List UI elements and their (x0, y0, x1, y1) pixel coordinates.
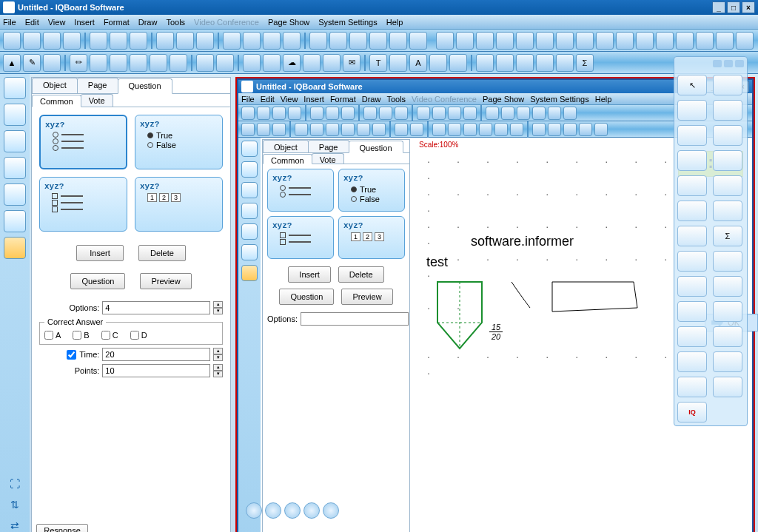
minimize-button[interactable]: _ (712, 1, 725, 13)
setsquare-icon[interactable] (556, 54, 574, 72)
options-spin-up[interactable]: ▲ (213, 301, 223, 308)
menu-tools[interactable]: Tools (166, 18, 185, 27)
inner-menu-help[interactable]: Help (595, 95, 612, 104)
palette-formula-icon[interactable]: Σ (713, 226, 742, 246)
menu-insert[interactable]: Insert (74, 18, 95, 27)
cut-icon[interactable] (156, 32, 174, 50)
time-input[interactable] (102, 348, 210, 361)
tb-icon[interactable] (532, 123, 546, 136)
clipboard-icon[interactable] (241, 141, 258, 157)
zoomin-icon[interactable] (223, 32, 241, 50)
gallery-icon[interactable] (241, 182, 258, 198)
inner-qtype-rank[interactable]: xyz? 1 2 3 (338, 216, 405, 259)
inner-tab-question[interactable]: Question (349, 141, 403, 153)
palette-text-icon[interactable] (677, 125, 707, 146)
text-icon[interactable]: T (369, 54, 387, 72)
inner-qtype-mc[interactable]: xyz? (267, 169, 334, 212)
question-type-multiple-choice[interactable]: xyz? (39, 115, 127, 169)
stop-icon[interactable] (636, 32, 654, 50)
envelope-icon[interactable]: ✉ (343, 54, 360, 72)
question-type-truefalse[interactable]: xyz? True False (135, 115, 223, 169)
inner-subtab-vote[interactable]: Vote (312, 153, 344, 164)
close-button[interactable]: × (742, 1, 755, 13)
points-input[interactable] (102, 364, 210, 377)
tb-icon[interactable] (410, 123, 423, 136)
favorite-icon[interactable] (656, 32, 674, 50)
menu-page-show[interactable]: Page Show (268, 18, 309, 27)
palette-eraser-icon[interactable] (713, 100, 742, 121)
palette-iqboard-icon[interactable]: IQ (677, 402, 707, 422)
newpage-icon[interactable] (90, 32, 107, 50)
tb-icon[interactable] (548, 123, 561, 136)
insert-button[interactable]: Insert (76, 245, 124, 261)
tb-icon[interactable] (395, 123, 408, 136)
palette-spellcheck-icon[interactable] (713, 377, 742, 397)
subtab-common[interactable]: Common (32, 95, 81, 107)
question-icon[interactable] (241, 265, 258, 281)
palette-pen-icon[interactable] (677, 100, 707, 121)
gallery-icon[interactable] (4, 130, 26, 152)
palette-mouse-icon[interactable] (713, 75, 742, 95)
inner-tab-object[interactable]: Object (263, 140, 309, 152)
calligraphy-icon[interactable] (150, 54, 167, 72)
emoji-icon[interactable] (596, 32, 614, 50)
tb-icon[interactable] (326, 123, 339, 136)
clipboard-icon[interactable] (4, 77, 26, 99)
palette-resize-icon[interactable] (677, 351, 707, 372)
menu-view[interactable]: View (48, 18, 66, 27)
stylus-icon[interactable] (170, 54, 187, 72)
answer-a[interactable]: A (44, 331, 61, 340)
inner-question-button[interactable]: Question (279, 289, 334, 305)
note-icon[interactable] (496, 32, 514, 50)
settings-icon[interactable] (241, 244, 258, 260)
saveas-icon[interactable] (63, 32, 81, 50)
tb-icon[interactable] (288, 107, 301, 120)
palette-windows-icon[interactable] (677, 301, 707, 322)
folder-icon[interactable] (436, 32, 454, 50)
palette-header[interactable] (677, 60, 744, 70)
clearall-icon[interactable] (216, 54, 234, 72)
folder-icon[interactable] (4, 157, 26, 179)
palette-video-icon[interactable] (713, 175, 742, 196)
protractor-icon[interactable] (496, 54, 514, 72)
question-type-checkbox[interactable]: xyz? (39, 177, 127, 232)
tb-icon[interactable] (432, 107, 446, 120)
palette-arrow-icon[interactable]: ↖ (677, 75, 707, 95)
tb-icon[interactable] (395, 107, 408, 120)
settings-icon[interactable] (4, 210, 26, 232)
inner-tab-page[interactable]: Page (308, 140, 349, 152)
inner-menu-draw[interactable]: Draw (362, 95, 381, 104)
tb-icon[interactable] (241, 123, 255, 136)
palette-image-icon[interactable] (713, 326, 742, 347)
search-icon[interactable] (4, 183, 26, 206)
tb-icon[interactable] (326, 107, 339, 120)
time-spin-down[interactable]: ▼ (213, 354, 223, 361)
tb-icon[interactable] (463, 123, 477, 136)
tab-object[interactable]: Object (32, 78, 78, 93)
table-icon[interactable] (449, 54, 467, 72)
chart-icon[interactable] (323, 54, 341, 72)
tb-icon[interactable] (448, 107, 461, 120)
answer-d[interactable]: D (130, 331, 147, 340)
palette-camera-icon[interactable] (677, 175, 707, 196)
zoomfit-icon[interactable] (263, 32, 281, 50)
palette-bulb-icon[interactable] (677, 276, 707, 297)
palette-expand-icon[interactable] (677, 326, 707, 347)
menu-system-settings[interactable]: System Settings (318, 18, 377, 27)
palette-color-icon[interactable] (677, 150, 707, 171)
tb-icon[interactable] (517, 107, 530, 120)
inner-menu-video[interactable]: Video Conference (412, 95, 477, 104)
menu-draw[interactable]: Draw (138, 18, 158, 27)
search-icon[interactable] (241, 223, 258, 240)
tb-icon[interactable] (594, 123, 608, 136)
wordart-icon[interactable]: A (409, 54, 427, 72)
panel-icon[interactable] (309, 32, 327, 50)
palette-grid-icon[interactable] (713, 276, 742, 297)
inner-menu-view[interactable]: View (281, 95, 298, 104)
hint-icon[interactable] (576, 32, 594, 50)
tb-icon[interactable] (272, 107, 286, 120)
layers-icon[interactable] (389, 32, 407, 50)
question-mode-icon[interactable] (4, 237, 26, 259)
select-icon[interactable]: ▲ (3, 54, 21, 72)
tb-icon[interactable] (486, 107, 499, 120)
